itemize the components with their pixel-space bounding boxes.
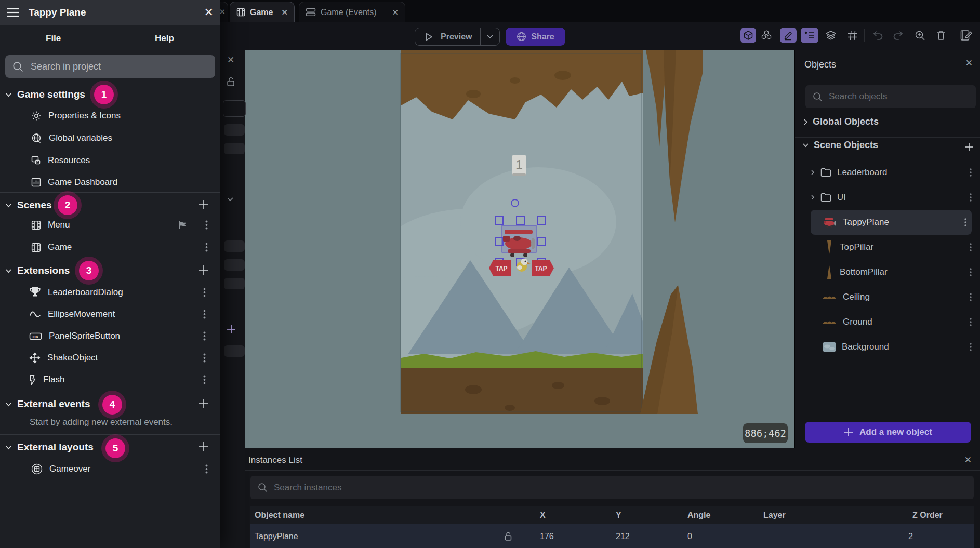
kebab-menu-icon[interactable] xyxy=(970,268,972,276)
menu-file[interactable]: File xyxy=(46,33,61,44)
add-external-event-button[interactable] xyxy=(197,397,210,410)
lock-open-icon[interactable] xyxy=(504,524,512,548)
item-properties-icons[interactable]: Properties & Icons xyxy=(31,107,121,125)
section-external-events[interactable]: External events xyxy=(5,396,90,412)
kebab-menu-icon[interactable] xyxy=(970,318,972,326)
extension-row-panelspritebutton[interactable]: OK PanelSpriteButton xyxy=(29,327,206,345)
search-in-project-input[interactable]: Search in project xyxy=(5,55,215,78)
preview-button[interactable]: Preview xyxy=(415,28,500,46)
column-header[interactable]: Layer xyxy=(763,506,786,524)
extension-row-ellipsemovement[interactable]: EllipseMovement xyxy=(29,305,206,323)
add-external-layout-button[interactable] xyxy=(197,440,210,453)
menu-help[interactable]: Help xyxy=(155,33,174,44)
layout-row-gameover[interactable]: Gameover xyxy=(31,460,208,478)
redo-button[interactable] xyxy=(890,28,906,43)
tappy-plane-instance[interactable] xyxy=(502,225,536,257)
kebab-menu-icon[interactable] xyxy=(203,310,206,319)
tap-button-right[interactable]: TAP xyxy=(532,260,554,276)
kebab-menu-icon[interactable] xyxy=(205,220,208,230)
column-header[interactable]: Z Order xyxy=(912,506,943,524)
instance-zorder[interactable]: 2 xyxy=(908,524,913,548)
kebab-menu-icon[interactable] xyxy=(203,375,206,384)
search-instances-input[interactable]: Search instances xyxy=(250,476,974,499)
lock-open-icon[interactable] xyxy=(226,76,235,87)
kebab-menu-icon[interactable] xyxy=(970,293,972,301)
kebab-menu-icon[interactable] xyxy=(970,243,972,251)
kebab-menu-icon[interactable] xyxy=(970,193,972,202)
item-game-dashboard[interactable]: Game Dashboard xyxy=(31,173,117,191)
column-header[interactable]: Angle xyxy=(687,506,710,524)
plus-icon[interactable] xyxy=(227,325,236,334)
item-global-variables[interactable]: Global variables xyxy=(31,129,112,147)
chevron-down-icon[interactable] xyxy=(481,34,499,40)
close-icon[interactable]: ✕ xyxy=(227,55,234,65)
column-header[interactable]: Object name xyxy=(255,506,304,524)
item-resources[interactable]: Resources xyxy=(31,152,90,169)
kebab-menu-icon[interactable] xyxy=(970,168,972,177)
scene-row-game[interactable]: Game xyxy=(31,238,208,256)
extension-row-shakeobject[interactable]: ShakeObject xyxy=(29,349,206,367)
close-drawer-icon[interactable]: ✕ xyxy=(204,6,214,19)
grid-button[interactable] xyxy=(845,28,860,43)
objects-panel: Objects ✕ Search objects Global Objects … xyxy=(794,50,980,448)
instance-angle[interactable]: 0 xyxy=(687,524,692,548)
kebab-menu-icon[interactable] xyxy=(970,343,972,351)
toggle-3d-view-button[interactable] xyxy=(740,28,756,43)
kebab-menu-icon[interactable] xyxy=(205,464,208,474)
zoom-in-button[interactable] xyxy=(912,28,928,43)
ground-dirt[interactable] xyxy=(401,362,643,414)
chevron-down-icon[interactable] xyxy=(227,197,234,202)
section-game-settings[interactable]: Game settings xyxy=(5,86,85,103)
kebab-menu-icon[interactable] xyxy=(964,218,966,226)
column-header[interactable]: Y xyxy=(616,506,621,524)
extension-row-leaderboarddialog[interactable]: LeaderboardDialog xyxy=(29,284,206,301)
global-objects-header[interactable]: Global Objects xyxy=(803,116,879,127)
scene-row-menu[interactable]: Menu xyxy=(31,216,208,234)
tab-game-events[interactable]: Game (Events) ✕ xyxy=(299,2,405,22)
undo-button[interactable] xyxy=(870,28,886,43)
tab-game[interactable]: Game ✕ xyxy=(230,2,295,22)
delete-button[interactable] xyxy=(933,28,949,43)
kebab-menu-icon[interactable] xyxy=(203,331,206,341)
add-extension-button[interactable] xyxy=(197,264,210,276)
edit-scene-events-button[interactable] xyxy=(959,28,974,43)
section-scenes[interactable]: Scenes xyxy=(5,197,52,213)
close-panel-icon[interactable]: ✕ xyxy=(965,58,973,69)
instance-x[interactable]: 176 xyxy=(540,524,554,548)
layers-panel-button[interactable] xyxy=(823,28,839,43)
object-row-tappyplane[interactable]: TappyPlane xyxy=(811,210,972,235)
search-objects-input[interactable]: Search objects xyxy=(805,85,976,108)
instances-mode-button[interactable] xyxy=(759,28,774,43)
bottom-pillar-object[interactable] xyxy=(640,285,698,414)
object-row-ground[interactable]: Ground xyxy=(811,310,972,335)
scene-editor-canvas[interactable]: 1 TAP xyxy=(245,50,794,448)
add-new-object-button[interactable]: Add a new object xyxy=(805,422,971,443)
add-scene-button[interactable] xyxy=(197,198,210,211)
section-external-layouts[interactable]: External layouts xyxy=(5,439,94,456)
close-tab-icon[interactable]: ✕ xyxy=(281,8,288,17)
kebab-menu-icon[interactable] xyxy=(205,243,208,252)
object-row-leaderboard[interactable]: Leaderboard xyxy=(811,160,972,185)
properties-panel-button[interactable] xyxy=(801,28,818,43)
add-object-plus-icon[interactable] xyxy=(963,141,975,153)
close-tab-icon[interactable]: ✕ xyxy=(392,8,399,17)
object-row-toppillar[interactable]: TopPillar xyxy=(811,235,972,260)
hamburger-menu-icon[interactable] xyxy=(7,8,19,17)
instance-row-tappyplane[interactable]: TappyPlane 176 212 0 2 xyxy=(250,524,974,548)
object-row-background[interactable]: Background xyxy=(811,335,972,359)
share-button[interactable]: Share xyxy=(506,28,565,46)
column-header[interactable]: X xyxy=(540,506,546,524)
kebab-menu-icon[interactable] xyxy=(203,288,206,297)
top-pillar-object[interactable] xyxy=(646,50,703,222)
instance-y[interactable]: 212 xyxy=(616,524,630,548)
section-extensions[interactable]: Extensions xyxy=(5,262,70,279)
scene-objects-header[interactable]: Scene Objects xyxy=(802,140,878,151)
kebab-menu-icon[interactable] xyxy=(203,353,206,363)
tap-button-left[interactable]: TAP xyxy=(489,260,511,276)
object-row-bottompillar[interactable]: BottomPillar xyxy=(811,260,972,285)
object-row-ui[interactable]: UI xyxy=(811,185,972,210)
edit-mode-button[interactable] xyxy=(780,28,797,43)
extension-row-flash[interactable]: Flash xyxy=(29,371,206,389)
close-panel-icon[interactable]: ✕ xyxy=(964,455,972,465)
object-row-ceiling[interactable]: Ceiling xyxy=(811,285,972,310)
